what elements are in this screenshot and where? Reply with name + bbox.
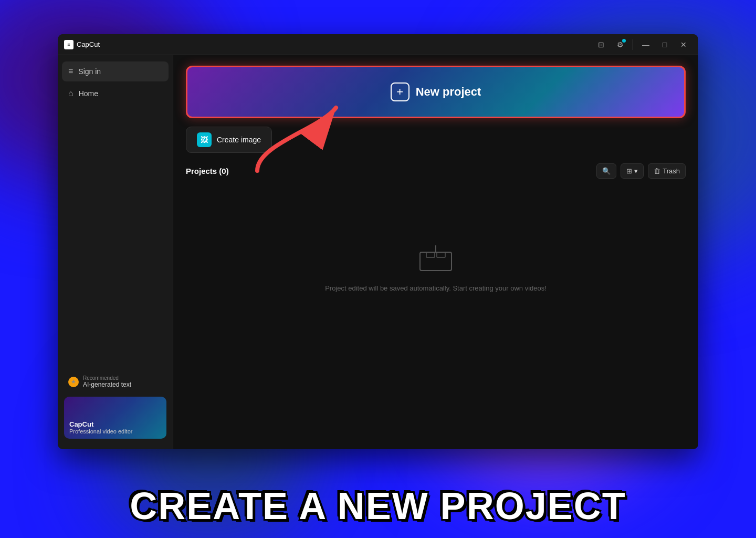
monitor-icon: ⊡ (598, 40, 604, 49)
bottom-title: CREATE A NEW PROJECT (0, 484, 756, 527)
new-project-banner[interactable]: + New project (186, 66, 686, 118)
projects-actions: 🔍 ⊞ ▾ 🗑 Trash (596, 163, 686, 179)
trash-button[interactable]: 🗑 Trash (648, 163, 686, 179)
sidebar-card-text: CapCut Professional video editor (69, 420, 132, 434)
minimize-icon: — (642, 40, 649, 49)
sidebar-item-home[interactable]: ⌂ Home (62, 84, 169, 104)
home-label: Home (79, 89, 98, 98)
view-toggle-button[interactable]: ⊞ ▾ (621, 163, 644, 179)
title-bar-left: ≡ CapCut (64, 40, 100, 49)
svg-rect-2 (426, 252, 435, 257)
svg-rect-0 (420, 252, 452, 271)
empty-state-icon (415, 244, 457, 276)
title-bar: ≡ CapCut ⊡ ⚙ — □ ✕ (58, 34, 698, 55)
projects-header: Projects (0) 🔍 ⊞ ▾ 🗑 Trash (186, 163, 686, 179)
sidebar-recommended: ★ Recommended AI-generated text (62, 371, 169, 392)
signin-label: Sign in (78, 67, 101, 76)
close-icon: ✕ (680, 40, 687, 49)
maximize-button[interactable]: □ (656, 36, 673, 53)
minimize-button[interactable]: — (637, 36, 654, 53)
empty-state: Project edited will be saved automatical… (186, 189, 686, 347)
sidebar-card-subtitle: Professional video editor (69, 428, 132, 434)
trash-label: Trash (663, 167, 680, 175)
home-icon: ⌂ (68, 89, 74, 98)
empty-text: Project edited will be saved automatical… (325, 284, 547, 292)
create-image-icon: 🖼 (197, 132, 212, 147)
main-content: + New project 🖼 Create image Projects (0… (173, 55, 698, 449)
title-divider (633, 39, 633, 50)
capcut-logo: ≡ CapCut (64, 40, 100, 49)
projects-title: Projects (0) (186, 167, 229, 175)
recommended-tag: Recommended (83, 375, 131, 381)
settings-button[interactable]: ⚙ (612, 36, 628, 53)
recommended-icon: ★ (68, 377, 79, 387)
ai-text-label: AI-generated text (83, 381, 131, 388)
sidebar-item-signin[interactable]: ≡ Sign in (62, 61, 169, 81)
search-button[interactable]: 🔍 (596, 163, 616, 179)
sidebar-card-title: CapCut (69, 420, 132, 428)
trash-icon: 🗑 (654, 167, 660, 175)
grid-icon: ⊞ (626, 167, 632, 175)
signin-icon: ≡ (68, 67, 73, 76)
app-title: CapCut (77, 40, 100, 48)
create-image-button[interactable]: 🖼 Create image (186, 127, 272, 153)
logo-icon: ≡ (64, 40, 74, 49)
title-bar-right: ⊡ ⚙ — □ ✕ (593, 36, 692, 53)
close-button[interactable]: ✕ (675, 36, 692, 53)
monitor-button[interactable]: ⊡ (593, 36, 610, 53)
sidebar-card[interactable]: CapCut Professional video editor (64, 397, 166, 439)
svg-rect-3 (437, 252, 445, 257)
notification-dot (622, 39, 626, 43)
plus-icon: + (391, 82, 410, 101)
chevron-down-icon: ▾ (634, 167, 638, 175)
app-window: ≡ CapCut ⊡ ⚙ — □ ✕ (58, 34, 698, 449)
new-project-label: New project (416, 85, 481, 99)
app-body: ≡ Sign in ⌂ Home ★ Recommended AI-genera… (58, 55, 698, 449)
maximize-icon: □ (663, 40, 667, 49)
sidebar-spacer (62, 106, 169, 369)
sidebar: ≡ Sign in ⌂ Home ★ Recommended AI-genera… (58, 55, 173, 449)
search-icon: 🔍 (602, 167, 611, 175)
create-image-label: Create image (217, 136, 261, 144)
